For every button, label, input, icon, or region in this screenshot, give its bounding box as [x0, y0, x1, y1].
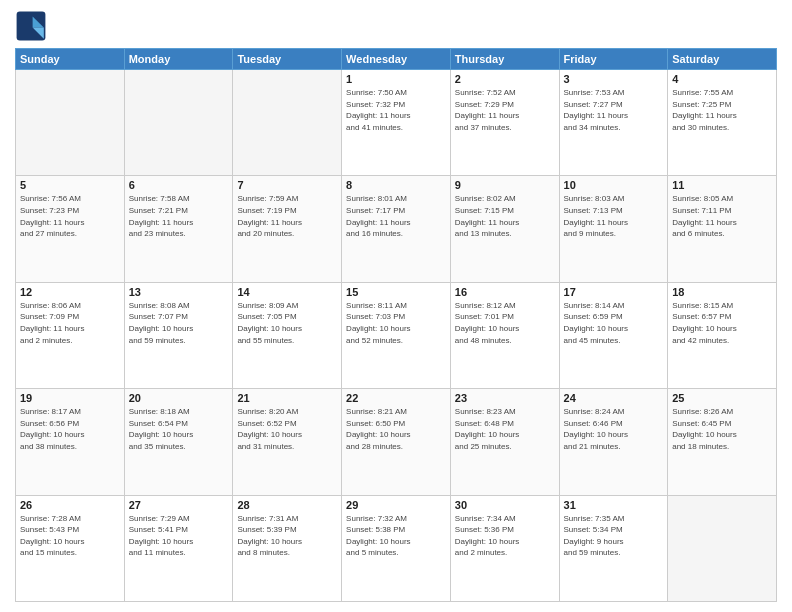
day-info: Sunrise: 7:35 AM Sunset: 5:34 PM Dayligh… [564, 513, 664, 559]
day-info: Sunrise: 8:11 AM Sunset: 7:03 PM Dayligh… [346, 300, 446, 346]
day-number: 7 [237, 179, 337, 191]
calendar-cell: 23Sunrise: 8:23 AM Sunset: 6:48 PM Dayli… [450, 389, 559, 495]
weekday-header: Thursday [450, 49, 559, 70]
day-number: 24 [564, 392, 664, 404]
calendar-cell: 29Sunrise: 7:32 AM Sunset: 5:38 PM Dayli… [342, 495, 451, 601]
day-info: Sunrise: 8:06 AM Sunset: 7:09 PM Dayligh… [20, 300, 120, 346]
day-number: 25 [672, 392, 772, 404]
day-info: Sunrise: 7:56 AM Sunset: 7:23 PM Dayligh… [20, 193, 120, 239]
day-number: 4 [672, 73, 772, 85]
day-number: 30 [455, 499, 555, 511]
day-number: 2 [455, 73, 555, 85]
weekday-header: Tuesday [233, 49, 342, 70]
logo [15, 10, 51, 42]
day-info: Sunrise: 8:21 AM Sunset: 6:50 PM Dayligh… [346, 406, 446, 452]
day-info: Sunrise: 7:32 AM Sunset: 5:38 PM Dayligh… [346, 513, 446, 559]
day-number: 29 [346, 499, 446, 511]
day-number: 6 [129, 179, 229, 191]
day-info: Sunrise: 7:53 AM Sunset: 7:27 PM Dayligh… [564, 87, 664, 133]
calendar-cell: 25Sunrise: 8:26 AM Sunset: 6:45 PM Dayli… [668, 389, 777, 495]
calendar-cell [668, 495, 777, 601]
day-number: 8 [346, 179, 446, 191]
day-info: Sunrise: 8:14 AM Sunset: 6:59 PM Dayligh… [564, 300, 664, 346]
day-info: Sunrise: 8:26 AM Sunset: 6:45 PM Dayligh… [672, 406, 772, 452]
day-number: 1 [346, 73, 446, 85]
calendar-cell: 2Sunrise: 7:52 AM Sunset: 7:29 PM Daylig… [450, 70, 559, 176]
day-info: Sunrise: 8:12 AM Sunset: 7:01 PM Dayligh… [455, 300, 555, 346]
calendar-cell: 12Sunrise: 8:06 AM Sunset: 7:09 PM Dayli… [16, 282, 125, 388]
calendar-cell: 8Sunrise: 8:01 AM Sunset: 7:17 PM Daylig… [342, 176, 451, 282]
day-info: Sunrise: 8:01 AM Sunset: 7:17 PM Dayligh… [346, 193, 446, 239]
day-number: 15 [346, 286, 446, 298]
day-info: Sunrise: 7:55 AM Sunset: 7:25 PM Dayligh… [672, 87, 772, 133]
day-info: Sunrise: 8:23 AM Sunset: 6:48 PM Dayligh… [455, 406, 555, 452]
calendar-cell: 20Sunrise: 8:18 AM Sunset: 6:54 PM Dayli… [124, 389, 233, 495]
calendar-cell: 21Sunrise: 8:20 AM Sunset: 6:52 PM Dayli… [233, 389, 342, 495]
weekday-header: Friday [559, 49, 668, 70]
day-info: Sunrise: 8:24 AM Sunset: 6:46 PM Dayligh… [564, 406, 664, 452]
day-number: 17 [564, 286, 664, 298]
day-info: Sunrise: 8:03 AM Sunset: 7:13 PM Dayligh… [564, 193, 664, 239]
day-info: Sunrise: 7:58 AM Sunset: 7:21 PM Dayligh… [129, 193, 229, 239]
calendar: SundayMondayTuesdayWednesdayThursdayFrid… [15, 48, 777, 602]
header [15, 10, 777, 42]
day-number: 23 [455, 392, 555, 404]
calendar-cell: 22Sunrise: 8:21 AM Sunset: 6:50 PM Dayli… [342, 389, 451, 495]
logo-icon [15, 10, 47, 42]
weekday-header: Saturday [668, 49, 777, 70]
calendar-cell: 13Sunrise: 8:08 AM Sunset: 7:07 PM Dayli… [124, 282, 233, 388]
day-info: Sunrise: 7:28 AM Sunset: 5:43 PM Dayligh… [20, 513, 120, 559]
day-info: Sunrise: 7:34 AM Sunset: 5:36 PM Dayligh… [455, 513, 555, 559]
calendar-cell: 27Sunrise: 7:29 AM Sunset: 5:41 PM Dayli… [124, 495, 233, 601]
weekday-header: Monday [124, 49, 233, 70]
day-info: Sunrise: 7:52 AM Sunset: 7:29 PM Dayligh… [455, 87, 555, 133]
day-number: 10 [564, 179, 664, 191]
day-info: Sunrise: 7:59 AM Sunset: 7:19 PM Dayligh… [237, 193, 337, 239]
day-info: Sunrise: 7:29 AM Sunset: 5:41 PM Dayligh… [129, 513, 229, 559]
day-number: 16 [455, 286, 555, 298]
day-info: Sunrise: 8:02 AM Sunset: 7:15 PM Dayligh… [455, 193, 555, 239]
calendar-cell: 19Sunrise: 8:17 AM Sunset: 6:56 PM Dayli… [16, 389, 125, 495]
calendar-cell: 17Sunrise: 8:14 AM Sunset: 6:59 PM Dayli… [559, 282, 668, 388]
calendar-cell: 31Sunrise: 7:35 AM Sunset: 5:34 PM Dayli… [559, 495, 668, 601]
calendar-cell: 15Sunrise: 8:11 AM Sunset: 7:03 PM Dayli… [342, 282, 451, 388]
day-number: 19 [20, 392, 120, 404]
calendar-cell [233, 70, 342, 176]
calendar-cell: 1Sunrise: 7:50 AM Sunset: 7:32 PM Daylig… [342, 70, 451, 176]
calendar-cell: 24Sunrise: 8:24 AM Sunset: 6:46 PM Dayli… [559, 389, 668, 495]
day-number: 9 [455, 179, 555, 191]
weekday-header: Sunday [16, 49, 125, 70]
calendar-cell: 26Sunrise: 7:28 AM Sunset: 5:43 PM Dayli… [16, 495, 125, 601]
day-number: 12 [20, 286, 120, 298]
calendar-cell: 28Sunrise: 7:31 AM Sunset: 5:39 PM Dayli… [233, 495, 342, 601]
day-number: 22 [346, 392, 446, 404]
day-number: 31 [564, 499, 664, 511]
day-number: 27 [129, 499, 229, 511]
calendar-cell: 16Sunrise: 8:12 AM Sunset: 7:01 PM Dayli… [450, 282, 559, 388]
day-info: Sunrise: 8:18 AM Sunset: 6:54 PM Dayligh… [129, 406, 229, 452]
day-number: 18 [672, 286, 772, 298]
calendar-cell: 11Sunrise: 8:05 AM Sunset: 7:11 PM Dayli… [668, 176, 777, 282]
day-number: 21 [237, 392, 337, 404]
day-info: Sunrise: 8:20 AM Sunset: 6:52 PM Dayligh… [237, 406, 337, 452]
weekday-header: Wednesday [342, 49, 451, 70]
day-info: Sunrise: 7:31 AM Sunset: 5:39 PM Dayligh… [237, 513, 337, 559]
day-number: 11 [672, 179, 772, 191]
calendar-cell: 18Sunrise: 8:15 AM Sunset: 6:57 PM Dayli… [668, 282, 777, 388]
day-number: 20 [129, 392, 229, 404]
day-number: 28 [237, 499, 337, 511]
day-info: Sunrise: 8:08 AM Sunset: 7:07 PM Dayligh… [129, 300, 229, 346]
day-number: 26 [20, 499, 120, 511]
calendar-cell: 14Sunrise: 8:09 AM Sunset: 7:05 PM Dayli… [233, 282, 342, 388]
calendar-cell: 3Sunrise: 7:53 AM Sunset: 7:27 PM Daylig… [559, 70, 668, 176]
day-info: Sunrise: 8:05 AM Sunset: 7:11 PM Dayligh… [672, 193, 772, 239]
day-number: 5 [20, 179, 120, 191]
day-info: Sunrise: 8:09 AM Sunset: 7:05 PM Dayligh… [237, 300, 337, 346]
day-info: Sunrise: 8:15 AM Sunset: 6:57 PM Dayligh… [672, 300, 772, 346]
day-number: 14 [237, 286, 337, 298]
calendar-cell: 7Sunrise: 7:59 AM Sunset: 7:19 PM Daylig… [233, 176, 342, 282]
calendar-cell: 5Sunrise: 7:56 AM Sunset: 7:23 PM Daylig… [16, 176, 125, 282]
calendar-cell [16, 70, 125, 176]
calendar-cell: 10Sunrise: 8:03 AM Sunset: 7:13 PM Dayli… [559, 176, 668, 282]
calendar-cell: 6Sunrise: 7:58 AM Sunset: 7:21 PM Daylig… [124, 176, 233, 282]
